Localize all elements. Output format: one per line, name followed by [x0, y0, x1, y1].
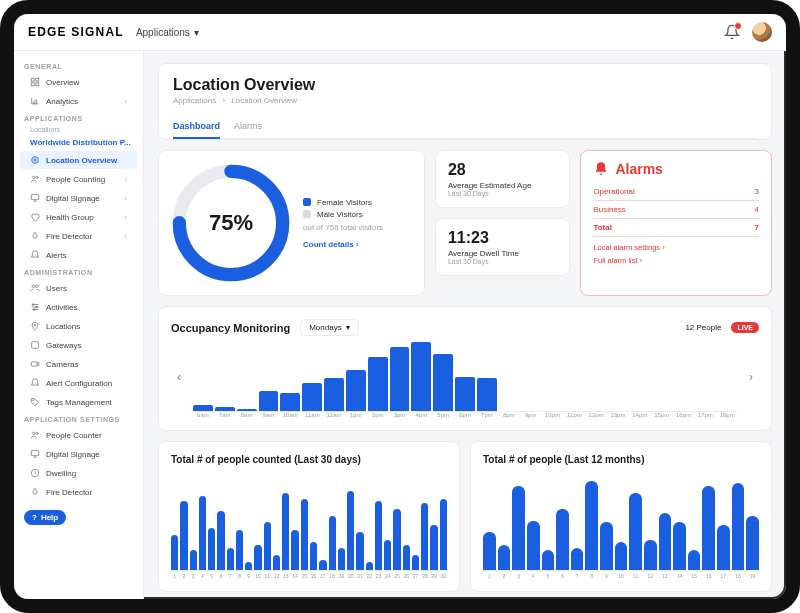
live-badge: LIVE [731, 322, 759, 333]
sidebar-item-fire[interactable]: Fire Detector› [20, 227, 137, 245]
crumb[interactable]: Applications [173, 96, 216, 105]
topnav-applications[interactable]: Applications ▾ [136, 27, 199, 38]
sidebar-item-users[interactable]: Users [20, 279, 137, 297]
last30-card: Total # of people counted (Last 30 days)… [158, 441, 460, 592]
svg-point-19 [36, 432, 38, 434]
occupancy-xticks: 6am7am8am9am10am11am12am1pm2pm3pm4pm5pm6… [193, 412, 737, 418]
chevron-right-icon: › [124, 232, 127, 241]
kpi-dwell: 11:23 Average Dwell Time Last 30 Days [435, 218, 571, 276]
sidebar-item-label: Overview [46, 78, 79, 87]
bar [512, 486, 525, 570]
sidebar-item-people[interactable]: People Counting› [20, 170, 137, 188]
notifications-button[interactable] [724, 24, 740, 40]
sidebar-item-health[interactable]: Health Group› [20, 208, 137, 226]
sidebar-item-alerts[interactable]: Alerts [20, 246, 137, 264]
bar [746, 516, 759, 570]
bar [433, 354, 453, 411]
chevron-down-icon: ▾ [346, 323, 350, 332]
bar [732, 483, 745, 570]
bar [393, 509, 400, 570]
chevron-right-icon: › [124, 213, 127, 222]
sidebar-item-locations[interactable]: Locations [20, 317, 137, 335]
sidebar-item-label: Gateways [46, 341, 82, 350]
bar [600, 522, 613, 570]
sidebar-item-signage[interactable]: Digital Signage› [20, 189, 137, 207]
help-button[interactable]: ?Help [24, 510, 66, 525]
next-button[interactable]: › [743, 369, 759, 385]
chart-title: Total # of people (Last 12 months) [483, 454, 759, 465]
grid-icon [30, 77, 40, 87]
chevron-right-icon: › [124, 194, 127, 203]
bar [412, 555, 419, 570]
avatar[interactable] [752, 22, 772, 42]
alarms-card: Alarms Operational3 Business4 Total7 Loc… [580, 150, 772, 296]
svg-point-6 [33, 176, 36, 179]
page-title: Location Overview [173, 76, 757, 94]
svg-point-13 [33, 309, 35, 311]
sidebar-item-loc-ov[interactable]: Location Overview [20, 151, 137, 169]
bar [254, 545, 261, 570]
svg-rect-2 [31, 83, 34, 86]
sidebar-item-label: Alert Configuration [46, 379, 112, 388]
full-alarm-list-link[interactable]: Full alarm list › [593, 256, 759, 265]
bar [403, 545, 410, 570]
pin-icon [30, 321, 40, 331]
people-count: 12 People [685, 323, 721, 332]
box-icon [30, 340, 40, 350]
alarms-table: Operational3 Business4 Total7 [593, 183, 759, 237]
notification-badge [734, 22, 742, 30]
sidebar-item-label: Digital Signage [46, 194, 100, 203]
sidebar-item-activities[interactable]: Activities [20, 298, 137, 316]
bar [190, 550, 197, 570]
svg-point-9 [32, 285, 35, 288]
tab-alarms[interactable]: Alarms [234, 115, 262, 138]
bar [440, 499, 447, 570]
sidebar-item-pc[interactable]: People Counter [20, 426, 137, 444]
table-row: Operational3 [593, 183, 759, 201]
breadcrumb: Applications › Location Overview [173, 96, 757, 105]
sidebar-item-overview[interactable]: Overview [20, 73, 137, 91]
sidebar-item-ds[interactable]: Digital Signage [20, 445, 137, 463]
sidebar-item-cameras[interactable]: Cameras [20, 355, 137, 373]
bar [171, 535, 178, 570]
sidebar-subitem[interactable]: Worldwide Distribution P... [14, 135, 143, 150]
bar [259, 391, 279, 411]
day-filter[interactable]: Mondays▾ [300, 319, 358, 336]
sidebar-item-analytics[interactable]: Analytics› [20, 92, 137, 110]
bar [477, 378, 497, 411]
table-row: Business4 [593, 201, 759, 219]
bar [282, 493, 289, 570]
bar [375, 501, 382, 570]
bar [455, 377, 475, 412]
bar [615, 542, 628, 570]
local-alarm-settings-link[interactable]: Local alarm settings › [593, 243, 759, 252]
sidebar-sublabel: Locations [14, 124, 143, 135]
sidebar-item-dw[interactable]: Dwelling [20, 464, 137, 482]
main: Location Overview Applications › Locatio… [144, 51, 786, 599]
sidebar: GENERALOverviewAnalytics›APPLICATIONSLoc… [14, 51, 144, 599]
sidebar-item-gateways[interactable]: Gateways [20, 336, 137, 354]
bar [324, 378, 344, 412]
prev-button[interactable]: ‹ [171, 369, 187, 385]
donut-chart: 75% [171, 163, 291, 283]
sidebar-item-label: Activities [46, 303, 78, 312]
count-details-link[interactable]: Count details › [303, 240, 383, 249]
last12-card: Total # of people (Last 12 months) 12345… [470, 441, 772, 592]
bar [390, 347, 410, 411]
last30-bars [171, 471, 447, 571]
tab-dashboard[interactable]: Dashboard [173, 115, 220, 139]
flame-icon [30, 231, 40, 241]
bar [301, 499, 308, 570]
svg-rect-15 [32, 342, 39, 349]
sidebar-item-label: Alerts [46, 251, 66, 260]
sidebar-item-label: Fire Detector [46, 488, 92, 497]
bar [644, 540, 657, 570]
bar [368, 357, 388, 411]
bar [421, 503, 428, 570]
users-icon [30, 174, 40, 184]
sidebar-item-alertcfg[interactable]: Alert Configuration [20, 374, 137, 392]
bar [329, 516, 336, 570]
sidebar-item-fd[interactable]: Fire Detector [20, 483, 137, 501]
sidebar-section: ADMINISTRATION [14, 265, 143, 278]
sidebar-item-tags[interactable]: Tags Management [20, 393, 137, 411]
